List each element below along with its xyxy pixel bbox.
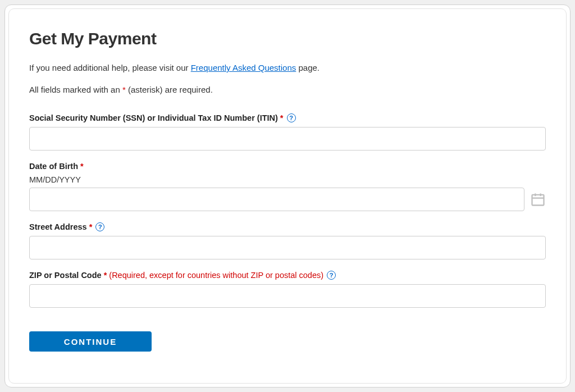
continue-button[interactable]: CONTINUE — [29, 331, 152, 352]
zip-label-row: ZIP or Postal Code * (Required, except f… — [29, 271, 546, 280]
form-card: Get My Payment If you need additional he… — [8, 8, 567, 384]
dob-input-row — [29, 188, 546, 211]
street-label-row: Street Address * ? — [29, 222, 546, 231]
dob-input[interactable] — [29, 188, 524, 211]
dob-field-block: Date of Birth * MM/DD/YYYY — [29, 162, 546, 211]
svg-rect-0 — [532, 195, 544, 206]
help-text-prefix: If you need additional help, please visi… — [29, 63, 191, 72]
dob-label-row: Date of Birth * — [29, 162, 546, 171]
help-icon[interactable]: ? — [327, 271, 336, 280]
ssn-label: Social Security Number (SSN) or Individu… — [29, 113, 278, 122]
ssn-required-asterisk: * — [280, 113, 284, 122]
dob-required-asterisk: * — [80, 162, 84, 171]
help-text-suffix: page. — [296, 63, 320, 72]
calendar-icon[interactable] — [530, 192, 546, 207]
help-line: If you need additional help, please visi… — [29, 63, 546, 72]
outer-frame: Get My Payment If you need additional he… — [4, 4, 571, 388]
zip-required-asterisk: * — [104, 271, 107, 280]
page-title: Get My Payment — [29, 29, 546, 48]
help-icon[interactable]: ? — [287, 113, 296, 122]
dob-label: Date of Birth — [29, 162, 78, 171]
zip-extra-note: (Required, except for countries without … — [109, 271, 323, 280]
street-field-block: Street Address * ? — [29, 222, 546, 259]
required-fields-note: All fields marked with an * (asterisk) a… — [29, 85, 546, 94]
dob-format-hint: MM/DD/YYYY — [29, 175, 546, 184]
street-input[interactable] — [29, 236, 546, 259]
street-label: Street Address — [29, 222, 87, 231]
required-note-prefix: All fields marked with an — [29, 85, 122, 94]
street-required-asterisk: * — [89, 222, 93, 231]
zip-label: ZIP or Postal Code — [29, 271, 102, 280]
faq-link[interactable]: Frequently Asked Questions — [191, 63, 296, 72]
ssn-field-block: Social Security Number (SSN) or Individu… — [29, 113, 546, 151]
help-icon[interactable]: ? — [95, 222, 104, 231]
zip-input[interactable] — [29, 284, 546, 308]
ssn-input[interactable] — [29, 127, 546, 151]
required-note-suffix: (asterisk) are required. — [126, 85, 213, 94]
zip-field-block: ZIP or Postal Code * (Required, except f… — [29, 271, 546, 308]
ssn-label-row: Social Security Number (SSN) or Individu… — [29, 113, 546, 122]
